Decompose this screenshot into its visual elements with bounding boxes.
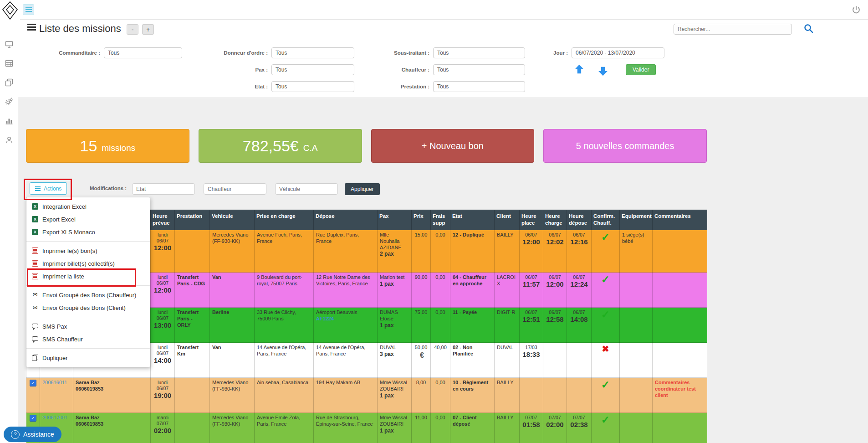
table-icon[interactable] (0, 54, 18, 73)
env-icon (32, 304, 38, 311)
frais-supp-cell: 0,00 (431, 273, 450, 308)
menu-item-envoi-group-des-bons-client[interactable]: Envoi Groupé des Bons (Client) (26, 301, 150, 314)
menu-item-sms-pax[interactable]: SMS Pax (26, 320, 150, 333)
commentaires-cell (653, 343, 707, 378)
row-checkbox[interactable]: ✓ (30, 415, 36, 422)
row-checkbox[interactable]: ✓ (30, 380, 36, 386)
modification-chauffeur-select[interactable] (204, 183, 266, 195)
menu-item-envoi-group-des-bons-chauffeur[interactable]: Envoi Groupé des Bons (Chauffeur) (26, 288, 150, 301)
new-orders-card[interactable]: 5 nouvelles commandes (543, 129, 707, 163)
menu-item-sms-chauffeur[interactable]: SMS Chauffeur (26, 333, 150, 345)
column-header-pax: Pax (378, 210, 412, 230)
valider-button[interactable]: Valider (626, 64, 656, 75)
heure-place-cell: 17/0318:33 (520, 343, 543, 378)
heure-prevue-cell: mardi 07/0702:00 (151, 413, 175, 443)
heure-depose-cell: 06/0712:16 (567, 230, 592, 273)
chauffeur-select[interactable] (433, 64, 525, 75)
donneur-ordre-label: Donneur d'ordre : (200, 50, 268, 56)
mission-row[interactable]: ✓200616011Saraa Baz0606019853lundi 06/07… (26, 378, 707, 413)
revenue-card[interactable]: 782,55€C.A (199, 129, 362, 163)
etat-select[interactable] (271, 81, 354, 92)
prise-en-charge-cell: Ain sebaa, Casablanca (255, 378, 314, 413)
pax-cell: Mme Wissal ZOUBAIRI1 pax (378, 413, 412, 443)
confirmed-check-icon: ✓ (601, 379, 610, 391)
sous-traitant-select[interactable] (433, 47, 525, 58)
date-range-input[interactable] (572, 47, 664, 58)
desktop-icon[interactable] (0, 35, 18, 54)
prestation-cell (175, 378, 210, 413)
missions-count-card[interactable]: 15missions (26, 129, 189, 163)
clone-icon[interactable] (0, 73, 18, 92)
search-icon[interactable] (804, 24, 813, 33)
chauffeur-cell: Saraa Baz0606019853 (73, 378, 151, 413)
menu-separator (26, 348, 150, 349)
menu-item-export-xls-monaco[interactable]: Export XLS Monaco (26, 226, 150, 238)
previous-period-arrow-icon[interactable] (574, 64, 585, 75)
next-period-arrow-icon[interactable] (597, 66, 608, 77)
bon-number-link[interactable]: 200616011 (42, 380, 67, 385)
app-logo (0, 0, 20, 21)
vehicule-cell: Mercedes Viano (FF-930-KK) (210, 378, 255, 413)
search-input[interactable] (674, 24, 792, 35)
pdf-icon (32, 260, 38, 267)
client-cell: BAILLY (495, 413, 520, 443)
modification-vehicule-select[interactable] (275, 183, 338, 195)
client-cell: DIGIT-R (495, 308, 520, 343)
checkbox-cell: ✓ (26, 378, 40, 413)
appliquer-button[interactable]: Appliquer (345, 183, 380, 195)
heure-depose-cell: 07/0702:38 (567, 413, 592, 443)
confirm-chauffeur-cell: ✓ (592, 413, 620, 443)
heure-charge-cell: 06/0712:02 (543, 230, 567, 273)
menu-item-imprimer-le-s-bon-s[interactable]: Imprimer le(s) bon(s) (26, 244, 150, 257)
pax-cell: Mlle Nouhaila AZIDANE2 pax (378, 230, 412, 273)
menu-item-imprimer-billet-s-collectif-s[interactable]: Imprimer billet(s) collectif(s) (26, 257, 150, 270)
etat-cell: 04 - Chauffeur en approche (450, 273, 495, 308)
increase-button[interactable]: + (142, 24, 154, 35)
decrease-button[interactable]: - (127, 24, 138, 35)
heure-depose-cell: 06/0712:24 (567, 273, 592, 308)
user-icon[interactable] (0, 130, 18, 149)
page-title: Liste des missions (39, 23, 121, 35)
heure-depose-cell (567, 343, 592, 378)
frais-supp-cell: 0,00 (431, 413, 450, 443)
column-header-heure-charge: Heure charge (543, 210, 567, 230)
etat-cell: 12 - Dupliqué (450, 230, 495, 273)
heure-charge-cell: 07/0702:00 (543, 413, 567, 443)
heure-prevue-cell: lundi 06/0714:00 (151, 343, 175, 378)
menu-item-export-excel[interactable]: Export Excel (26, 213, 150, 226)
sms-icon (32, 324, 38, 328)
donneur-ordre-select[interactable] (271, 47, 354, 58)
power-icon[interactable] (849, 5, 860, 15)
assistance-button[interactable]: ?Assistance (4, 427, 61, 442)
menu-item-dupliquer[interactable]: Dupliquer (26, 351, 150, 364)
menu-item-imprimer-la-liste[interactable]: Imprimer la liste (26, 270, 150, 283)
menu-item-integration-excel[interactable]: Integration Excel (26, 200, 150, 213)
chart-icon[interactable] (0, 111, 18, 130)
commanditaire-select[interactable] (104, 47, 182, 58)
modification-etat-select[interactable] (132, 183, 195, 195)
etat-cell: 07 - Client déposé (450, 413, 495, 443)
prix-cell: 11,00 (412, 413, 431, 443)
actions-button[interactable]: Actions (30, 182, 67, 195)
cogs-icon[interactable] (0, 92, 18, 111)
copy-icon (32, 355, 38, 361)
pax-select[interactable] (271, 64, 354, 75)
sous-traitant-label: Sous-traitant : (362, 50, 429, 56)
etat-label: Etat : (200, 84, 268, 89)
confirmed-check-icon: ✓ (601, 414, 610, 426)
client-cell: BAILLY (495, 378, 520, 413)
confirm-chauffeur-cell: ✓ (592, 378, 620, 413)
frais-supp-cell: 40,00 (431, 343, 450, 378)
question-icon: ? (11, 430, 20, 439)
prestation-select[interactable] (433, 81, 525, 92)
commanditaire-label: Commanditaire : (27, 50, 100, 56)
new-bon-button[interactable]: + Nouveau bon (371, 129, 535, 163)
menu-toggle-button[interactable] (23, 4, 34, 15)
commentaires-cell: Commentaires coordinateur test client (653, 378, 707, 413)
heure-depose-cell (567, 378, 592, 413)
flight-number-link[interactable]: AF1224 (316, 316, 334, 321)
heure-depose-cell: 06/0714:08 (567, 308, 592, 343)
mission-row[interactable]: ✓200617001Saraa Baz0606019853mardi 07/07… (26, 413, 707, 443)
bon-number-link[interactable]: 200617001 (42, 415, 67, 420)
heure-charge-cell: 06/0712:00 (543, 273, 567, 308)
